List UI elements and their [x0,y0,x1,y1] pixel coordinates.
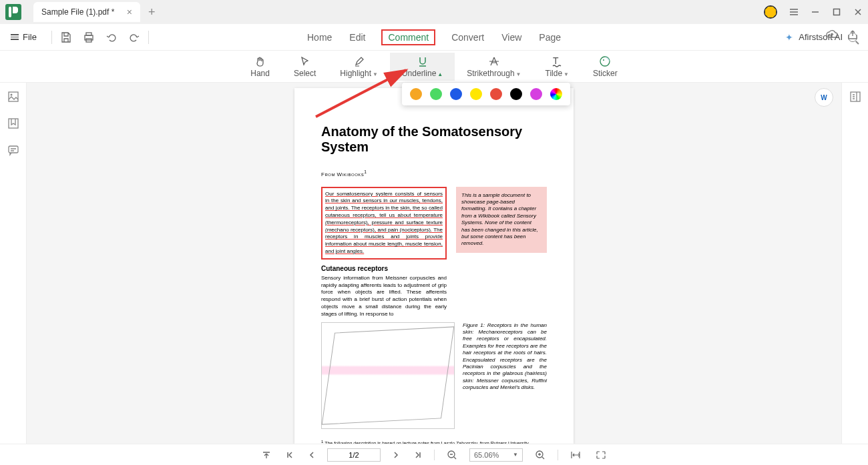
tab-title: Sample File (1).pdf * [41,7,114,17]
svg-rect-11 [851,92,860,101]
fit-page-icon[interactable] [593,449,609,461]
svg-text:T: T [553,55,559,66]
right-sidebar [841,83,868,444]
chevron-down-icon: ▼ [516,71,521,77]
color-picker-popup [402,83,570,105]
color-blue[interactable] [450,88,462,100]
maximize-icon[interactable] [832,7,841,17]
file-menu-button[interactable]: File [11,32,37,42]
comment-toolbar: Hand Select Highlight▼ Underline▲ Strike… [0,51,868,83]
share-icon[interactable] [847,29,859,40]
info-box: This is a sample document to showcase pa… [456,187,547,253]
pdf-page: Anatomy of the Somatosensory System From… [294,88,574,444]
color-green[interactable] [430,88,442,100]
color-orange[interactable] [410,88,422,100]
hamburger-icon [11,34,19,40]
thumbnails-icon[interactable] [7,91,19,103]
menu-bar: File Home Edit Comment Convert View Page… [0,24,868,51]
page-title: Anatomy of the Somatosensory System [321,124,547,155]
minimize-icon[interactable] [811,7,820,17]
close-tab-icon[interactable]: × [127,7,132,17]
svg-point-6 [603,59,604,61]
scroll-top-icon[interactable] [259,449,274,461]
tab-view[interactable]: View [500,29,523,45]
menu-icon[interactable] [789,7,799,17]
svg-rect-2 [86,33,91,35]
sticker-tool[interactable]: Sticker [581,53,630,81]
svg-rect-10 [9,146,18,153]
add-tab-button[interactable]: + [148,5,156,19]
comments-panel-icon[interactable] [7,144,19,156]
zoom-out-icon[interactable] [444,448,460,462]
panel-toggle-icon[interactable] [849,91,861,103]
divider [434,450,435,460]
redo-icon[interactable] [128,31,140,43]
chevron-down-icon: ▼ [564,71,569,77]
divider [51,31,52,44]
page-input[interactable] [327,448,381,462]
last-page-icon[interactable] [411,450,425,460]
fit-width-icon[interactable] [568,449,584,461]
prev-page-icon[interactable] [306,450,318,460]
file-label: File [23,32,37,42]
tab-page[interactable]: Page [537,29,562,45]
zoom-in-icon[interactable] [532,448,548,462]
figure-image [321,322,455,429]
next-page-icon[interactable] [390,450,402,460]
figure-caption: Figure 1: Receptors in the human skin: M… [463,322,547,429]
select-tool[interactable]: Select [282,53,328,81]
svg-rect-0 [834,9,840,15]
app-logo [5,4,21,20]
cloud-upload-icon[interactable] [825,29,839,40]
color-red[interactable] [490,88,502,100]
print-icon[interactable] [83,31,95,43]
account-icon[interactable] [764,5,777,19]
color-yellow[interactable] [470,88,482,100]
tilde-tool[interactable]: T Tilde▼ [533,53,582,81]
document-tab[interactable]: Sample File (1).pdf * × [33,2,140,22]
color-magenta[interactable] [530,88,542,100]
document-canvas[interactable]: Anatomy of the Somatosensory System From… [27,83,841,444]
color-custom[interactable] [550,88,562,100]
chevron-down-icon: ▼ [513,452,518,458]
bookmarks-icon[interactable] [7,117,19,129]
underline-tool[interactable]: Underline▲ [390,53,455,81]
status-bar: 65.06%▼ [0,444,868,465]
svg-point-8 [10,94,12,96]
title-bar: Sample File (1).pdf * × + [0,0,868,24]
underlined-text-block[interactable]: Our somatosensory system consists of sen… [321,187,447,260]
hand-tool[interactable]: Hand [238,53,282,81]
body-text: Sensory information from Meissner corpus… [321,275,447,318]
left-sidebar [0,83,27,444]
workspace: Anatomy of the Somatosensory System From… [0,83,868,444]
divider [558,450,558,460]
tab-edit[interactable]: Edit [348,29,367,45]
save-icon[interactable] [60,31,72,43]
page-source: From Wikibooks1 [321,169,547,177]
strikethrough-tool[interactable]: Strikethrough▼ [455,53,533,81]
tab-convert[interactable]: Convert [450,29,485,45]
quick-access-toolbar [60,31,140,43]
word-badge[interactable]: W [815,88,833,107]
chevron-up-icon: ▲ [437,71,443,77]
svg-rect-7 [9,92,18,101]
divider [148,31,149,44]
main-tabs: Home Edit Comment Convert View Page [306,29,562,45]
ai-star-icon: ✦ [785,32,793,43]
color-black[interactable] [510,88,522,100]
tab-home[interactable]: Home [306,29,333,45]
chevron-down-icon: ▼ [373,71,378,77]
subheading: Cutaneous receptors [321,265,447,272]
zoom-select[interactable]: 65.06%▼ [469,448,523,462]
undo-icon[interactable] [105,31,118,43]
close-window-icon[interactable] [853,7,863,17]
first-page-icon[interactable] [283,450,296,460]
highlight-tool[interactable]: Highlight▼ [328,53,390,81]
tab-comment[interactable]: Comment [381,29,435,45]
